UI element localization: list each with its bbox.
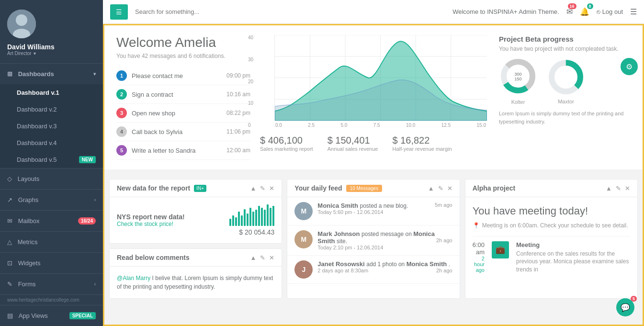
- gear-button[interactable]: ⚙: [621, 58, 638, 75]
- task-num-4: 4: [116, 126, 127, 137]
- sidebar-item-dashboard-v4[interactable]: Dashboard v.4: [0, 135, 103, 151]
- donut-label-kolter: Kolter: [511, 99, 525, 105]
- sidebar-item-metrics[interactable]: △ Metrics: [0, 231, 103, 252]
- chevron-left-icon: ‹: [94, 197, 96, 202]
- graphs-icon: ↗: [7, 196, 12, 203]
- close-icon-3[interactable]: ✕: [447, 185, 452, 192]
- welcome-left: Welcome Amelia You have 42 messages and …: [116, 35, 250, 160]
- feed-action-3: add 1 photo on: [366, 261, 406, 268]
- settings-wrench-icon-3[interactable]: ✎: [438, 185, 443, 192]
- mail-icon-button[interactable]: ✉ 16: [566, 7, 573, 16]
- metrics-icon: △: [7, 238, 12, 246]
- stat-item-annual: $ 150,401 Annual sales revenue: [328, 135, 378, 152]
- feed-avatar-1: M: [294, 202, 313, 220]
- stat-label-annual: Annual sales revenue: [328, 146, 378, 152]
- bottom-row: New data for the report IN+ ▲ ✎ ✕ NYS r: [104, 174, 643, 304]
- feed-panel-title: Your daily feed: [294, 184, 342, 192]
- bar: [252, 212, 254, 226]
- alpha-panel-title: Alpha project: [473, 184, 515, 192]
- bar: [267, 204, 269, 226]
- task-num-2: 2: [116, 89, 127, 100]
- profile-role[interactable]: Art Director ▾: [7, 51, 36, 56]
- chat-bubble-badge: 5: [631, 296, 637, 302]
- project-beta: Project Beta progress You have two proje…: [497, 35, 631, 160]
- settings-wrench-icon-2[interactable]: ✎: [260, 254, 265, 261]
- task-time-2: 10:16 am: [226, 91, 250, 98]
- settings-wrench-icon-4[interactable]: ✎: [616, 185, 621, 192]
- welcome-text: Welcome to INSPINIA+ Admin Theme.: [452, 8, 559, 15]
- pin-icon: 📍: [473, 222, 480, 229]
- bar: [238, 212, 240, 226]
- feed-panel-wrapper: Your daily feed 10 Messages ▲ ✎ ✕ M: [287, 179, 460, 299]
- collapse-icon-3[interactable]: ▲: [428, 185, 434, 192]
- collapse-icon-2[interactable]: ▲: [250, 254, 256, 261]
- settings-icon-button[interactable]: ☰: [630, 7, 637, 16]
- sidebar-item-forms[interactable]: ✎ Forms ‹: [0, 273, 103, 294]
- welcome-subtitle: You have 42 messages and 6 notifications…: [116, 53, 250, 59]
- chart-svg: [275, 35, 487, 121]
- alpha-panel-body: You have meeting today! 📍 Meeting is on …: [465, 197, 637, 281]
- logout-button[interactable]: ⎋ Log out: [597, 8, 623, 15]
- sidebar-footer-url: www.heritagechristiancollege.com: [0, 294, 103, 305]
- bar: [241, 215, 243, 226]
- feed-mention-3: Monica Smith: [407, 260, 447, 268]
- nys-text: NYS report new data! Check the stock pri…: [117, 213, 185, 227]
- stat-label-halfyear: Half-year revenue margin: [392, 146, 452, 152]
- menu-toggle-button[interactable]: ☰: [110, 4, 128, 20]
- close-icon[interactable]: ✕: [269, 185, 274, 192]
- feed-panel-header: Your daily feed 10 Messages ▲ ✎ ✕: [287, 180, 459, 197]
- task-time-3: 08:22 pm: [226, 110, 250, 116]
- stat-label-sales: Sales marketing report: [260, 146, 313, 152]
- nys-chart-area: $ 20 054.43: [229, 204, 274, 236]
- sidebar-item-dashboard-v3[interactable]: Dashboard v.3: [0, 118, 103, 135]
- sidebar-item-mailbox[interactable]: ✉ Mailbox 16/24: [0, 210, 103, 231]
- chat-bubble-button[interactable]: 💬 5: [616, 298, 634, 316]
- new-badge: NEW: [79, 156, 96, 163]
- mention: @Alan Marry: [117, 275, 150, 281]
- collapse-icon-4[interactable]: ▲: [606, 185, 612, 192]
- close-icon-4[interactable]: ✕: [625, 185, 630, 192]
- bell-badge: 8: [587, 3, 593, 9]
- stat-value-halfyear: $ 16,822: [392, 135, 452, 146]
- feed-text-1: Monica Smith posted a new blog. 5m ago T…: [317, 202, 452, 220]
- feed-date-1: Today 5:60 pm - 12.06.2014: [317, 209, 452, 215]
- feed-time-3: 2h ago: [436, 268, 452, 273]
- feed-item-1: M Monica Smith posted a new blog. 5m ago…: [287, 197, 459, 225]
- donut-maxtor: Maxtor: [547, 58, 585, 104]
- feed-text-3: Janet Rosowski add 1 photo on Monica Smi…: [317, 260, 452, 279]
- nav-section-dashboards: ⊞ Dashboards ▾ Dashboard v.1 Dashboard v…: [0, 63, 103, 168]
- feed-panel-controls: ▲ ✎ ✕: [428, 185, 452, 192]
- meeting-icon-box: 💼: [492, 241, 509, 259]
- chart-stats: $ 406,100 Sales marketing report $ 150,4…: [260, 135, 487, 152]
- sidebar-item-dashboard-v5[interactable]: Dashboard v.5 NEW: [0, 151, 103, 168]
- sidebar-item-graphs[interactable]: ↗ Graphs ‹: [0, 189, 103, 210]
- settings-wrench-icon[interactable]: ✎: [260, 185, 265, 192]
- feed-time-1: 5m ago: [435, 202, 452, 208]
- task-label-2: Sign a contract: [132, 91, 173, 98]
- feed-item-3: J Janet Rosowski add 1 photo on Monica S…: [287, 256, 459, 284]
- sidebar-item-dashboard-v2[interactable]: Dashboard v.2: [0, 101, 103, 118]
- bell-icon-button[interactable]: 🔔 8: [580, 7, 589, 16]
- donut-row: 300 150 Kolter Maxt: [499, 57, 628, 105]
- sidebar-item-widgets[interactable]: ⊡ Widgets: [0, 252, 103, 273]
- nys-link[interactable]: Check the stock price!: [117, 221, 185, 227]
- sidebar-item-layouts[interactable]: ◇ Layouts: [0, 168, 103, 189]
- report-panel: New data for the report IN+ ▲ ✎ ✕ NYS r: [109, 179, 282, 244]
- search-input[interactable]: [133, 6, 448, 18]
- task-item: 3 Open new shop 08:22 pm: [116, 104, 250, 123]
- briefcase-icon: 💼: [496, 245, 505, 254]
- task-num-5: 5: [116, 145, 127, 156]
- collapse-icon[interactable]: ▲: [250, 185, 256, 192]
- meeting-detail: Meeting Conference on the sales results …: [516, 241, 630, 274]
- report-panel-title-row: New data for the report IN+: [117, 184, 206, 192]
- sidebar-item-app-views[interactable]: ▤ App Views SPECIAL: [0, 305, 103, 326]
- bar: [264, 210, 266, 226]
- stat-value-sales: $ 406,100: [260, 135, 313, 146]
- sidebar-item-dashboard-v1[interactable]: Dashboard v.1: [0, 84, 103, 101]
- sidebar: David Williams Art Director ▾ ⊞ Dashboar…: [0, 0, 103, 326]
- feed-name-1: Monica Smith: [317, 202, 358, 209]
- nav-section-header-dashboards[interactable]: ⊞ Dashboards ▾: [0, 64, 103, 84]
- stat-value-annual: $ 150,401: [328, 135, 378, 146]
- close-icon-2[interactable]: ✕: [269, 254, 274, 261]
- donut-label-maxtor: Maxtor: [558, 99, 574, 104]
